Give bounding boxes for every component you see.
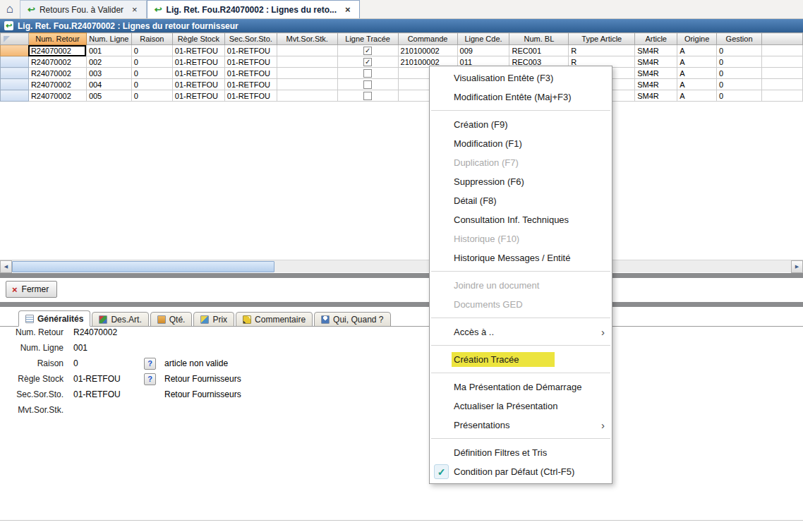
cell-article[interactable]: SM4R [635, 90, 677, 102]
scroll-right-button[interactable]: ▶ [791, 260, 803, 273]
cell-regle_stock[interactable]: 01-RETFOU [172, 56, 224, 68]
menu-item-création-f9[interactable]: Création (F9) [430, 115, 612, 134]
splitter-bar-top[interactable] [0, 273, 803, 278]
menu-item-suppression-f6[interactable]: Suppression (F6) [430, 172, 612, 191]
cell-num_ligne[interactable]: 001 [86, 45, 131, 56]
cell-gestion[interactable]: 0 [717, 45, 762, 56]
menu-item-création-tracée[interactable]: Création Tracée [430, 350, 612, 369]
menu-item-définition-filtres-et-tris[interactable]: Définition Filtres et Tris [430, 443, 612, 462]
cell-ligne_tracee[interactable]: ✓ [337, 45, 398, 56]
column-header-origine[interactable]: Origine [677, 33, 717, 45]
cell-sec_sor_sto[interactable]: 01-RETFOU [224, 45, 277, 56]
cell-mvt_sor_stk[interactable] [277, 90, 337, 102]
menu-item-modification-entête-maj-f3[interactable]: Modification Entête (Maj+F3) [430, 87, 612, 107]
column-header-num_bl[interactable]: Num. BL [509, 33, 569, 45]
row-header[interactable] [1, 45, 29, 56]
cell-raison[interactable]: 0 [131, 90, 172, 102]
cell-mvt_sor_stk[interactable] [277, 68, 337, 79]
menu-item-présentations[interactable]: Présentations› [430, 416, 612, 435]
horizontal-scrollbar[interactable]: ◀ ▶ [0, 260, 803, 272]
cell-num_bl[interactable]: REC001 [509, 45, 569, 56]
column-header-gestion[interactable]: Gestion [717, 33, 762, 45]
cell-regle_stock[interactable]: 01-RETFOU [172, 45, 224, 56]
cell-num_ligne[interactable]: 005 [86, 90, 131, 102]
cell-regle_stock[interactable]: 01-RETFOU [172, 79, 224, 90]
cell-article[interactable]: SM4R [635, 56, 677, 68]
column-header-num_ligne[interactable]: Num. Ligne [86, 33, 131, 45]
scroll-left-button[interactable]: ◀ [0, 260, 12, 273]
column-header-regle_stock[interactable]: Règle Stock [172, 33, 224, 45]
cell-gestion[interactable]: 0 [717, 68, 762, 79]
cell-sec_sor_sto[interactable]: 01-RETFOU [224, 68, 277, 79]
cell-num_retour[interactable]: R24070002 [28, 68, 86, 79]
column-header-type_article[interactable]: Type Article [569, 33, 635, 45]
ligne-tracee-checkbox[interactable] [363, 80, 372, 89]
cell-sec_sor_sto[interactable]: 01-RETFOU [224, 79, 277, 90]
cell-origine[interactable]: A [677, 68, 717, 79]
cell-num_retour[interactable]: R24070002 [28, 56, 86, 68]
menu-item-historique-messages-entité[interactable]: Historique Messages / Entité [430, 248, 612, 267]
cell-mvt_sor_stk[interactable] [277, 56, 337, 68]
cell-num_retour[interactable]: R24070002 [28, 90, 86, 102]
row-header[interactable] [1, 56, 29, 68]
menu-item-accès-à[interactable]: Accès à ..› [430, 322, 612, 341]
window-tab-lig-ret-fou-r24070002-lignes-du-reto[interactable]: ↩Lig. Ret. Fou.R24070002 : Lignes du ret… [147, 0, 360, 18]
cell-raison[interactable]: 0 [131, 56, 172, 68]
cell-sec_sor_sto[interactable]: 01-RETFOU [224, 56, 277, 68]
menu-item-détail-f8[interactable]: Détail (F8) [430, 191, 612, 210]
column-header-mvt_sor_stk[interactable]: Mvt.Sor.Stk. [277, 33, 337, 45]
fermer-button[interactable]: × Fermer [6, 281, 57, 298]
row-header[interactable] [1, 79, 29, 90]
cell-num_ligne[interactable]: 003 [86, 68, 131, 79]
cell-num_ligne[interactable]: 002 [86, 56, 131, 68]
menu-item-condition-par-défaut-ctrl-f5[interactable]: ✓Condition par Défaut (Ctrl-F5) [430, 462, 612, 481]
cell-raison[interactable]: 0 [131, 68, 172, 79]
cell-raison[interactable]: 0 [131, 79, 172, 90]
menu-item-consultation-inf-techniques[interactable]: Consultation Inf. Techniques [430, 210, 612, 229]
cell-ligne_tracee[interactable]: ✓ [337, 56, 398, 68]
window-tab-retours-fou-à-valider[interactable]: ↩Retours Fou. à Valider× [20, 0, 147, 18]
column-header-sec_sor_sto[interactable]: Sec.Sor.Sto. [224, 33, 277, 45]
menu-item-modification-f1[interactable]: Modification (F1) [430, 134, 612, 153]
close-tab-icon[interactable]: × [344, 4, 352, 15]
cell-ligne_tracee[interactable] [337, 68, 398, 79]
menu-item-ma-présentation-de-démarrage[interactable]: Ma Présentation de Démarrage [430, 377, 612, 397]
column-header-article[interactable]: Article [635, 33, 677, 45]
cell-commande[interactable]: 210100002 [398, 45, 457, 56]
scrollbar-thumb[interactable] [12, 261, 274, 272]
cell-ligne_tracee[interactable] [337, 79, 398, 90]
cell-origine[interactable]: A [677, 56, 717, 68]
cell-origine[interactable]: A [677, 90, 717, 102]
cell-origine[interactable]: A [677, 45, 717, 56]
column-header-ligne_tracee[interactable]: Ligne Tracée [337, 33, 398, 45]
column-header-raison[interactable]: Raison [131, 33, 172, 45]
column-header-ligne_cde[interactable]: Ligne Cde. [457, 33, 509, 45]
cell-mvt_sor_stk[interactable] [277, 45, 337, 56]
cell-ligne_tracee[interactable] [337, 90, 398, 102]
column-header-commande[interactable]: Commande [398, 33, 457, 45]
cell-article[interactable]: SM4R [635, 68, 677, 79]
column-header-num_retour[interactable]: Num. Retour [28, 33, 86, 45]
cell-gestion[interactable]: 0 [717, 90, 762, 102]
help-button[interactable]: ? [144, 358, 156, 370]
select-all-corner[interactable] [1, 33, 29, 45]
close-tab-icon[interactable]: × [131, 4, 139, 15]
cell-article[interactable]: SM4R [635, 45, 677, 56]
cell-gestion[interactable]: 0 [717, 79, 762, 90]
ligne-tracee-checkbox[interactable] [363, 92, 372, 100]
ligne-tracee-checkbox[interactable] [363, 69, 372, 78]
home-button[interactable]: ⌂ [0, 0, 20, 18]
menu-item-visualisation-entête-f3[interactable]: Visualisation Entête (F3) [430, 68, 612, 87]
cell-regle_stock[interactable]: 01-RETFOU [172, 90, 224, 102]
ligne-tracee-checkbox[interactable]: ✓ [363, 58, 372, 66]
cell-origine[interactable]: A [677, 79, 717, 90]
cell-gestion[interactable]: 0 [717, 56, 762, 68]
cell-num_retour[interactable]: R24070002 [28, 79, 86, 90]
cell-ligne_cde[interactable]: 009 [457, 45, 509, 56]
cell-mvt_sor_stk[interactable] [277, 79, 337, 90]
help-button[interactable]: ? [144, 373, 156, 385]
row-header[interactable] [1, 68, 29, 79]
row-header[interactable] [1, 90, 29, 102]
cell-regle_stock[interactable]: 01-RETFOU [172, 68, 224, 79]
cell-num_retour[interactable]: R24070002 [28, 45, 86, 56]
